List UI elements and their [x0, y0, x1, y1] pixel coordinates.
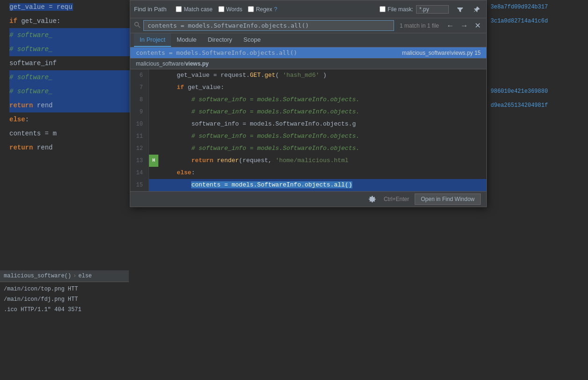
tab-scope[interactable]: Scope	[238, 33, 267, 47]
file-viewer: malicious_software/views.py 6 get_value …	[130, 58, 486, 191]
search-row: 1 match in 1 file ← → ✕	[130, 18, 486, 33]
words-checkbox[interactable]	[218, 6, 224, 12]
regex-help-icon[interactable]: ?	[274, 6, 277, 13]
code-line-7: 7 if get_value:	[130, 82, 486, 94]
pin-button[interactable]	[471, 5, 483, 14]
find-in-path-panel: Find in Path Match case Words Regex ? Fi…	[130, 0, 487, 207]
code-viewer: 6 get_value = request.GET.get( 'hash_md6…	[130, 69, 486, 191]
panel-title: Find in Path	[134, 6, 166, 13]
filter-icon	[456, 6, 464, 13]
code-line-12: 12 # software_info = models.SoftwareInfo…	[130, 142, 486, 155]
match-case-label: Match case	[184, 6, 212, 13]
prev-match-button[interactable]: ←	[445, 22, 456, 30]
code-line-14: 14 else:	[130, 167, 486, 179]
gear-icon	[369, 195, 376, 203]
breadcrumb-section: else	[78, 273, 92, 279]
tabs-row: In Project Module Directory Scope	[130, 33, 486, 47]
regex-label: Regex	[256, 6, 272, 13]
log-line-1: /main/icon/top.png HTT	[4, 284, 125, 294]
search-small-icon	[134, 22, 141, 30]
code-line-6: 6 get_value = request.GET.get( 'hash_md6…	[130, 69, 486, 82]
open-in-find-window-button[interactable]: Open in Find Window	[415, 194, 481, 205]
file-mask-checkbox[interactable]	[380, 6, 386, 12]
shortcut-hint: Ctrl+Enter	[384, 196, 409, 202]
breadcrumb-bar: malicious_software() › else	[0, 270, 129, 282]
file-path-bold: views.py	[185, 60, 208, 67]
pin-icon	[473, 6, 481, 13]
log-line-2: /main/icon/fdj.png HTT	[4, 294, 125, 305]
find-toolbar: Find in Path Match case Words Regex ? Fi…	[130, 0, 486, 18]
filter-button[interactable]	[454, 5, 466, 14]
tab-directory[interactable]: Directory	[202, 33, 238, 47]
log-line-3: .ico HTTP/1.1" 404 3571	[4, 305, 125, 315]
match-count: 1 match in 1 file	[397, 22, 442, 29]
bottom-log: /main/icon/top.png HTT /main/icon/fdj.pn…	[0, 282, 129, 380]
file-mask-group: File mask: *.py	[380, 5, 449, 14]
file-mask-option[interactable]: File mask:	[380, 6, 413, 13]
tab-module[interactable]: Module	[171, 33, 202, 47]
breadcrumb-arrow: ›	[73, 273, 76, 279]
result-file: malicious_software\views.py 15	[402, 50, 481, 56]
close-panel-button[interactable]: ✕	[473, 22, 483, 30]
match-case-checkbox[interactable]	[176, 6, 182, 12]
code-line-15: 15 contents = models.SoftwareInfo.object…	[130, 179, 486, 191]
words-option[interactable]: Words	[218, 6, 242, 13]
search-input[interactable]	[143, 20, 394, 31]
svg-point-0	[135, 22, 139, 26]
file-mask-label: File mask:	[387, 6, 413, 13]
result-row[interactable]: contents = models.SoftwareInfo.objects.a…	[130, 47, 486, 58]
match-case-option[interactable]: Match case	[176, 6, 212, 13]
next-match-button[interactable]: →	[459, 22, 470, 30]
file-path-normal: malicious_software/	[136, 60, 185, 67]
code-line-13: 13 H return render(request, 'home/malici…	[130, 155, 486, 167]
code-line-8: 8 # software_info = models.SoftwareInfo.…	[130, 94, 486, 106]
right-hashes: 3e8a7fd09d924b317 3c1a0d82714a41c6d 9860…	[487, 0, 588, 281]
svg-line-1	[138, 26, 140, 28]
file-header: malicious_software/views.py	[130, 59, 486, 69]
result-code: contents = models.SoftwareInfo.objects.a…	[136, 49, 402, 56]
code-line-9: 9 # software_info = models.SoftwareInfo.…	[130, 106, 486, 118]
regex-option[interactable]: Regex ?	[248, 6, 277, 13]
tab-in-project[interactable]: In Project	[134, 33, 171, 47]
results-area: contents = models.SoftwareInfo.objects.a…	[130, 47, 486, 58]
breadcrumb-path: malicious_software()	[4, 273, 71, 279]
words-label: Words	[226, 6, 242, 13]
code-line-10: 10 software_info = models.SoftwareInfo.o…	[130, 118, 486, 130]
file-mask-select[interactable]: *.py	[416, 5, 449, 14]
code-line-11: 11 # software_info = models.SoftwareInfo…	[130, 130, 486, 142]
regex-checkbox[interactable]	[248, 6, 254, 12]
settings-button[interactable]	[367, 194, 378, 204]
